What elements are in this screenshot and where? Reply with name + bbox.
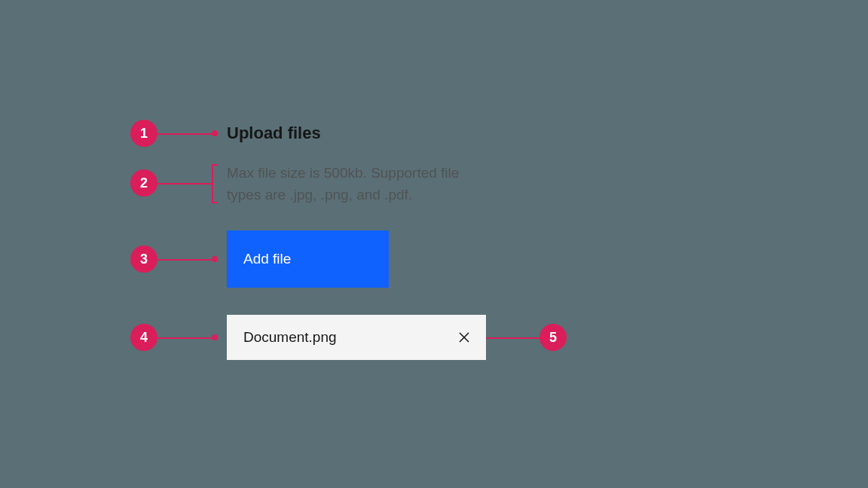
annotation-badge-5: 5 (539, 324, 567, 351)
annotation-dot (212, 334, 218, 340)
uploaded-file-row: Document.png (227, 315, 486, 360)
annotation-dot (212, 256, 218, 262)
annotation-dot (212, 130, 218, 136)
annotation-badge-4: 4 (130, 324, 157, 351)
annotation-badge-3: 3 (130, 246, 157, 273)
annotation-line (479, 337, 539, 339)
file-name-label: Document.png (243, 329, 337, 346)
upload-description: Max file size is 500kb. Supported file t… (227, 163, 491, 206)
annotation-line (157, 183, 212, 185)
annotation-line (157, 259, 212, 261)
annotation-line (157, 133, 212, 135)
annotation-bracket (212, 164, 218, 203)
annotation-badge-2: 2 (130, 169, 157, 197)
annotation-line (157, 337, 212, 339)
upload-heading: Upload files (227, 124, 321, 143)
add-file-button[interactable]: Add file (227, 230, 389, 288)
annotation-badge-1: 1 (130, 120, 157, 147)
close-icon[interactable] (456, 329, 472, 346)
